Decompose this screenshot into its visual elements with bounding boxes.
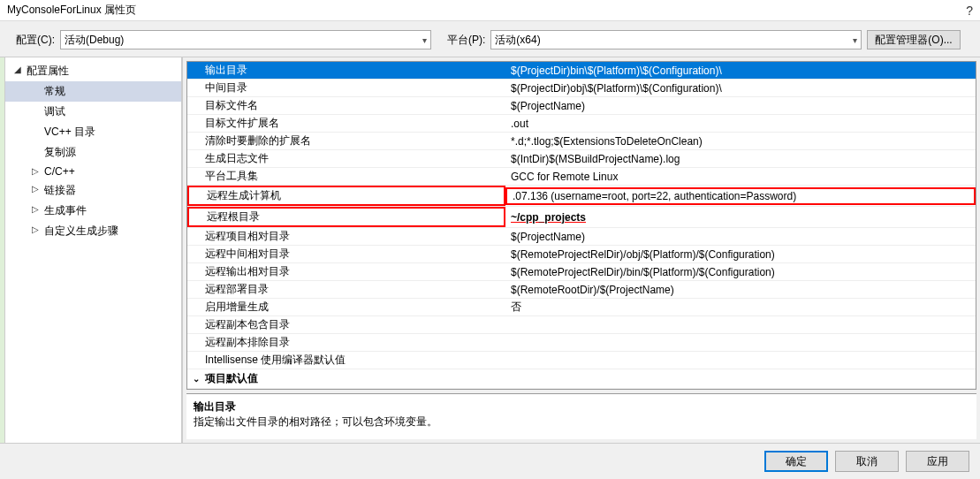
nav-tree[interactable]: ◢配置属性常规调试VC++ 目录复制源▷C/C++▷链接器▷生成事件▷自定义生成… [5,57,182,443]
property-row[interactable]: 远程副本包含目录 [187,316,976,334]
property-name: 远程部署目录 [187,281,505,298]
triangle-right-icon: ▷ [32,224,39,234]
tree-item[interactable]: ▷C/C++ [5,163,181,180]
chevron-down-icon: ⌄ [193,374,200,384]
ok-button[interactable]: 确定 [764,451,828,472]
property-name: 目标文件名 [187,97,505,114]
property-name: 远程中间相对目录 [187,246,505,262]
property-name: 目标文件扩展名 [187,115,505,132]
property-value[interactable]: 否 [505,299,976,316]
platform-label: 平台(P): [447,33,485,48]
property-name: 远程副本排除目录 [187,334,505,351]
property-value[interactable]: GCC for Remote Linux [505,170,976,184]
property-value[interactable]: .out [505,117,976,131]
help-title: 输出目录 [194,399,969,414]
tree-item[interactable]: VC++ 目录 [5,122,181,142]
property-name: 生成日志文件 [187,150,505,167]
tree-item[interactable]: 调试 [5,102,181,122]
tree-item[interactable]: ▷自定义生成步骤 [5,221,181,241]
property-value[interactable]: .07.136 (username=root, port=22, authent… [505,187,976,205]
property-name: 配置类型 [187,389,505,390]
property-value[interactable]: $(RemoteProjectRelDir)/bin/$(Platform)/$… [505,265,976,279]
property-name: Intellisense 使用编译器默认值 [187,352,505,369]
tree-item[interactable]: ▷链接器 [5,180,181,201]
dialog-title: MyConsoleForLinux 属性页 [7,3,136,18]
chevron-down-icon: ▾ [422,35,427,45]
main-pane: 输出目录$(ProjectDir)bin\$(Platform)\$(Confi… [182,57,980,443]
config-row: 配置(C): 活动(Debug) ▾ 平台(P): 活动(x64) ▾ 配置管理… [0,21,980,57]
property-value[interactable]: ~/cpp_projects [505,210,976,224]
property-value[interactable]: $(IntDir)$(MSBuildProjectName).log [505,152,976,166]
property-row[interactable]: 配置类型应用程序(.out) [187,389,976,390]
property-name: 远程输出相对目录 [187,263,505,280]
property-grid[interactable]: 输出目录$(ProjectDir)bin\$(Platform)\$(Confi… [186,61,976,390]
triangle-right-icon: ▷ [32,166,39,176]
property-name: 中间目录 [187,80,505,96]
config-manager-button[interactable]: 配置管理器(O)... [867,30,960,49]
property-value[interactable]: $(ProjectDir)bin\$(Platform)\$(Configura… [505,64,976,78]
platform-value: 活动(x64) [495,33,540,48]
property-row[interactable]: 目标文件名$(ProjectName) [187,97,976,115]
property-row[interactable]: 远程项目相对目录$(ProjectName) [187,228,976,246]
property-name: 远程根目录 [187,207,505,227]
property-value[interactable]: $(RemoteRootDir)/$(ProjectName) [505,283,976,297]
chevron-down-icon: ▾ [853,35,857,45]
property-row[interactable]: 远程输出相对目录$(RemoteProjectRelDir)/bin/$(Pla… [187,263,976,281]
help-icon[interactable]: ? [966,4,973,18]
config-value: 活动(Debug) [65,33,124,48]
property-value[interactable]: $(ProjectDir)obj\$(Platform)\$(Configura… [505,81,976,95]
tree-root[interactable]: ◢配置属性 [5,61,181,81]
tree-item[interactable]: ▷生成事件 [5,201,181,221]
property-value[interactable] [505,360,976,361]
titlebar: MyConsoleForLinux 属性页 ? [0,0,980,21]
property-row[interactable]: 远程中间相对目录$(RemoteProjectRelDir)/obj/$(Pla… [187,246,976,263]
config-label: 配置(C): [16,33,55,48]
property-value[interactable]: $(RemoteProjectRelDir)/obj/$(Platform)/$… [505,247,976,262]
property-row[interactable]: 输出目录$(ProjectDir)bin\$(Platform)\$(Confi… [187,62,976,80]
property-value[interactable]: $(ProjectName) [505,230,976,244]
button-row: 确定 取消 应用 [0,443,980,479]
property-row[interactable]: 远程生成计算机 .07.136 (username=root, port=22,… [187,186,976,207]
property-row[interactable]: 目标文件扩展名.out [187,115,976,133]
property-name: 远程项目相对目录 [187,228,505,245]
triangle-right-icon: ▷ [32,204,39,214]
property-row[interactable]: 远程根目录~/cpp_projects [187,207,976,228]
property-row[interactable]: 清除时要删除的扩展名*.d;*.tlog;$(ExtensionsToDelet… [187,133,976,150]
property-row[interactable]: 远程部署目录$(RemoteRootDir)/$(ProjectName) [187,281,976,299]
triangle-right-icon: ▷ [32,184,39,194]
property-row[interactable]: 远程副本排除目录 [187,334,976,352]
property-value[interactable] [505,324,976,326]
property-value[interactable]: $(ProjectName) [505,99,976,113]
help-box: 输出目录 指定输出文件目录的相对路径；可以包含环境变量。 [186,393,976,439]
property-row[interactable]: 平台工具集GCC for Remote Linux [187,168,976,186]
cancel-button[interactable]: 取消 [835,451,899,472]
property-name: 远程生成计算机 [187,186,505,206]
dialog-body: ◢配置属性常规调试VC++ 目录复制源▷C/C++▷链接器▷生成事件▷自定义生成… [5,57,980,443]
property-name: 远程副本包含目录 [187,316,505,333]
config-dropdown[interactable]: 活动(Debug) ▾ [60,30,431,49]
triangle-down-icon: ◢ [14,65,21,74]
property-name: 清除时要删除的扩展名 [187,133,505,149]
tree-item[interactable]: 常规 [5,81,181,102]
property-value[interactable]: 应用程序(.out) [505,389,976,390]
property-value[interactable] [505,342,976,344]
platform-dropdown[interactable]: 活动(x64) ▾ [490,30,862,49]
property-page-dialog: MyConsoleForLinux 属性页 ? 配置(C): 活动(Debug)… [0,0,980,479]
property-name: 输出目录 [187,62,505,79]
property-row[interactable]: 中间目录$(ProjectDir)obj\$(Platform)\$(Confi… [187,80,976,97]
help-text: 指定输出文件目录的相对路径；可以包含环境变量。 [194,414,969,430]
property-name: 平台工具集 [187,168,505,185]
section-header[interactable]: ⌄项目默认值 [187,369,976,389]
property-row[interactable]: 生成日志文件$(IntDir)$(MSBuildProjectName).log [187,150,976,168]
property-row[interactable]: 启用增量生成否 [187,299,976,316]
property-row[interactable]: Intellisense 使用编译器默认值 [187,352,976,369]
property-name: 启用增量生成 [187,299,505,316]
tree-item[interactable]: 复制源 [5,142,181,163]
property-value[interactable]: *.d;*.tlog;$(ExtensionsToDeleteOnClean) [505,134,976,148]
apply-button[interactable]: 应用 [906,451,969,472]
